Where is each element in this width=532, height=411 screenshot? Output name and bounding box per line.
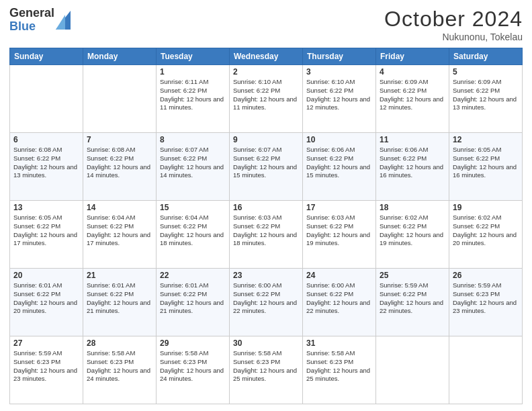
day-info: Sunrise: 5:59 AM Sunset: 6:23 PM Dayligh…	[13, 349, 79, 383]
day-number: 7	[87, 135, 152, 144]
day-info: Sunrise: 6:01 AM Sunset: 6:22 PM Dayligh…	[13, 281, 79, 316]
day-info: Sunrise: 5:58 AM Sunset: 6:23 PM Dayligh…	[306, 349, 372, 383]
day-number: 12	[453, 135, 519, 144]
day-info: Sunrise: 6:05 AM Sunset: 6:22 PM Dayligh…	[453, 146, 519, 180]
title-block: October 2024 Nukunonu, Tokelau	[384, 7, 523, 42]
day-number: 26	[453, 271, 519, 280]
location-subtitle: Nukunonu, Tokelau	[384, 32, 523, 42]
calendar-cell: 25Sunrise: 5:59 AM Sunset: 6:22 PM Dayli…	[376, 269, 449, 336]
calendar-cell: 22Sunrise: 6:01 AM Sunset: 6:22 PM Dayli…	[157, 269, 230, 336]
calendar-cell: 29Sunrise: 5:58 AM Sunset: 6:23 PM Dayli…	[157, 336, 230, 404]
calendar-cell: 23Sunrise: 6:00 AM Sunset: 6:22 PM Dayli…	[230, 269, 303, 336]
day-number: 4	[380, 67, 445, 77]
day-info: Sunrise: 6:04 AM Sunset: 6:22 PM Dayligh…	[87, 214, 152, 248]
calendar-cell: 12Sunrise: 6:05 AM Sunset: 6:22 PM Dayli…	[449, 133, 523, 201]
day-number: 31	[306, 338, 372, 348]
day-number: 27	[13, 338, 79, 348]
weekday-header: Sunday	[10, 48, 83, 65]
calendar-cell: 7Sunrise: 6:08 AM Sunset: 6:22 PM Daylig…	[83, 133, 157, 201]
calendar-cell: 3Sunrise: 6:10 AM Sunset: 6:22 PM Daylig…	[303, 65, 376, 133]
calendar-cell: 30Sunrise: 5:58 AM Sunset: 6:23 PM Dayli…	[230, 336, 303, 404]
day-number: 24	[306, 271, 372, 280]
calendar-cell: 19Sunrise: 6:02 AM Sunset: 6:22 PM Dayli…	[449, 201, 523, 269]
calendar-cell: 5Sunrise: 6:09 AM Sunset: 6:22 PM Daylig…	[449, 65, 523, 133]
day-info: Sunrise: 6:07 AM Sunset: 6:22 PM Dayligh…	[233, 146, 299, 180]
calendar-table: SundayMondayTuesdayWednesdayThursdayFrid…	[9, 48, 523, 404]
logo-icon	[56, 11, 71, 30]
calendar-cell	[449, 336, 523, 404]
header: General Blue October 2024 Nukunonu, Toke…	[9, 7, 523, 42]
day-number: 28	[87, 338, 152, 348]
day-number: 9	[233, 135, 299, 144]
calendar-cell: 8Sunrise: 6:07 AM Sunset: 6:22 PM Daylig…	[157, 133, 230, 201]
calendar-week-row: 1Sunrise: 6:11 AM Sunset: 6:22 PM Daylig…	[10, 65, 523, 133]
day-info: Sunrise: 6:02 AM Sunset: 6:22 PM Dayligh…	[453, 214, 519, 248]
day-info: Sunrise: 6:08 AM Sunset: 6:22 PM Dayligh…	[87, 146, 152, 180]
calendar-cell: 13Sunrise: 6:05 AM Sunset: 6:22 PM Dayli…	[10, 201, 83, 269]
calendar-week-row: 13Sunrise: 6:05 AM Sunset: 6:22 PM Dayli…	[10, 201, 523, 269]
day-info: Sunrise: 5:59 AM Sunset: 6:23 PM Dayligh…	[453, 281, 519, 316]
calendar-cell: 4Sunrise: 6:09 AM Sunset: 6:22 PM Daylig…	[376, 65, 449, 133]
day-number: 18	[380, 203, 445, 212]
day-number: 20	[13, 271, 79, 280]
logo: General Blue	[9, 7, 71, 34]
day-number: 30	[233, 338, 299, 348]
day-info: Sunrise: 6:06 AM Sunset: 6:22 PM Dayligh…	[380, 146, 445, 180]
calendar-cell: 11Sunrise: 6:06 AM Sunset: 6:22 PM Dayli…	[376, 133, 449, 201]
day-info: Sunrise: 6:10 AM Sunset: 6:22 PM Dayligh…	[306, 78, 372, 112]
day-number: 23	[233, 271, 299, 280]
calendar-cell: 21Sunrise: 6:01 AM Sunset: 6:22 PM Dayli…	[83, 269, 157, 336]
weekday-header: Wednesday	[230, 48, 303, 65]
day-info: Sunrise: 6:02 AM Sunset: 6:22 PM Dayligh…	[380, 214, 445, 248]
calendar-cell: 20Sunrise: 6:01 AM Sunset: 6:22 PM Dayli…	[10, 269, 83, 336]
weekday-header: Saturday	[449, 48, 523, 65]
day-info: Sunrise: 5:58 AM Sunset: 6:23 PM Dayligh…	[160, 349, 226, 383]
calendar-cell: 28Sunrise: 5:58 AM Sunset: 6:23 PM Dayli…	[83, 336, 157, 404]
day-number: 1	[160, 67, 226, 77]
day-info: Sunrise: 6:05 AM Sunset: 6:22 PM Dayligh…	[13, 214, 79, 248]
day-info: Sunrise: 6:11 AM Sunset: 6:22 PM Dayligh…	[160, 78, 226, 112]
day-info: Sunrise: 6:01 AM Sunset: 6:22 PM Dayligh…	[87, 281, 152, 316]
weekday-header: Tuesday	[157, 48, 230, 65]
day-info: Sunrise: 5:58 AM Sunset: 6:23 PM Dayligh…	[233, 349, 299, 383]
day-info: Sunrise: 6:09 AM Sunset: 6:22 PM Dayligh…	[380, 78, 445, 112]
calendar-week-row: 27Sunrise: 5:59 AM Sunset: 6:23 PM Dayli…	[10, 336, 523, 404]
calendar-cell: 16Sunrise: 6:03 AM Sunset: 6:22 PM Dayli…	[230, 201, 303, 269]
day-number: 10	[306, 135, 372, 144]
calendar-cell: 27Sunrise: 5:59 AM Sunset: 6:23 PM Dayli…	[10, 336, 83, 404]
calendar-cell: 15Sunrise: 6:04 AM Sunset: 6:22 PM Dayli…	[157, 201, 230, 269]
calendar-header-row: SundayMondayTuesdayWednesdayThursdayFrid…	[10, 48, 523, 65]
weekday-header: Thursday	[303, 48, 376, 65]
day-number: 21	[87, 271, 152, 280]
day-info: Sunrise: 6:04 AM Sunset: 6:22 PM Dayligh…	[160, 214, 226, 248]
calendar-cell: 1Sunrise: 6:11 AM Sunset: 6:22 PM Daylig…	[157, 65, 230, 133]
day-number: 15	[160, 203, 226, 212]
calendar-cell	[83, 65, 157, 133]
day-number: 14	[87, 203, 152, 212]
day-number: 16	[233, 203, 299, 212]
day-info: Sunrise: 5:59 AM Sunset: 6:22 PM Dayligh…	[380, 281, 445, 316]
calendar-cell: 2Sunrise: 6:10 AM Sunset: 6:22 PM Daylig…	[230, 65, 303, 133]
calendar-cell: 9Sunrise: 6:07 AM Sunset: 6:22 PM Daylig…	[230, 133, 303, 201]
calendar-cell: 17Sunrise: 6:03 AM Sunset: 6:22 PM Dayli…	[303, 201, 376, 269]
day-number: 2	[233, 67, 299, 77]
svg-marker-1	[56, 15, 65, 30]
weekday-header: Monday	[83, 48, 157, 65]
day-number: 25	[380, 271, 445, 280]
day-number: 8	[160, 135, 226, 144]
calendar-cell: 24Sunrise: 6:00 AM Sunset: 6:22 PM Dayli…	[303, 269, 376, 336]
day-info: Sunrise: 6:09 AM Sunset: 6:22 PM Dayligh…	[453, 78, 519, 112]
day-number: 29	[160, 338, 226, 348]
day-number: 13	[13, 203, 79, 212]
day-number: 6	[13, 135, 79, 144]
day-number: 11	[380, 135, 445, 144]
day-number: 22	[160, 271, 226, 280]
calendar-cell	[376, 336, 449, 404]
calendar-week-row: 6Sunrise: 6:08 AM Sunset: 6:22 PM Daylig…	[10, 133, 523, 201]
day-info: Sunrise: 6:08 AM Sunset: 6:22 PM Dayligh…	[13, 146, 79, 180]
calendar-cell: 26Sunrise: 5:59 AM Sunset: 6:23 PM Dayli…	[449, 269, 523, 336]
calendar-week-row: 20Sunrise: 6:01 AM Sunset: 6:22 PM Dayli…	[10, 269, 523, 336]
day-number: 19	[453, 203, 519, 212]
day-info: Sunrise: 6:00 AM Sunset: 6:22 PM Dayligh…	[306, 281, 372, 316]
month-title: October 2024	[384, 7, 523, 32]
